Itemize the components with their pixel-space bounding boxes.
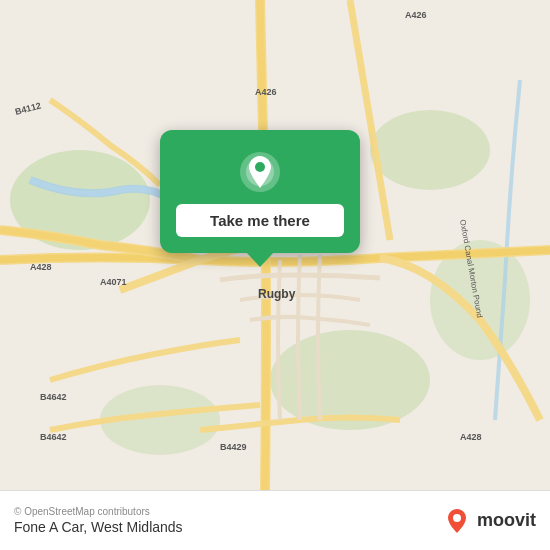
svg-text:A426: A426 bbox=[405, 10, 427, 20]
svg-text:A428: A428 bbox=[30, 262, 52, 272]
svg-point-20 bbox=[255, 162, 265, 172]
moovit-brand-icon bbox=[443, 507, 471, 535]
svg-point-21 bbox=[453, 514, 461, 522]
popup-card[interactable]: Take me there bbox=[160, 130, 360, 253]
svg-point-2 bbox=[370, 110, 490, 190]
moovit-logo[interactable]: moovit bbox=[443, 507, 536, 535]
svg-text:A428: A428 bbox=[460, 432, 482, 442]
location-name: Fone A Car, West Midlands bbox=[14, 519, 183, 535]
svg-text:B4642: B4642 bbox=[40, 432, 67, 442]
svg-text:B4429: B4429 bbox=[220, 442, 247, 452]
location-info: © OpenStreetMap contributors Fone A Car,… bbox=[14, 506, 183, 535]
svg-text:A426: A426 bbox=[255, 87, 277, 97]
take-me-there-button[interactable]: Take me there bbox=[176, 204, 344, 237]
svg-text:Rugby: Rugby bbox=[258, 287, 296, 301]
svg-text:B4642: B4642 bbox=[40, 392, 67, 402]
map-container: B4112 A428 A4071 A426 B4642 B4642 B4429 … bbox=[0, 0, 550, 490]
svg-text:A4071: A4071 bbox=[100, 277, 127, 287]
copyright-text: © OpenStreetMap contributors bbox=[14, 506, 183, 517]
location-pin-icon bbox=[238, 150, 282, 194]
moovit-text: moovit bbox=[477, 510, 536, 531]
bottom-bar: © OpenStreetMap contributors Fone A Car,… bbox=[0, 490, 550, 550]
